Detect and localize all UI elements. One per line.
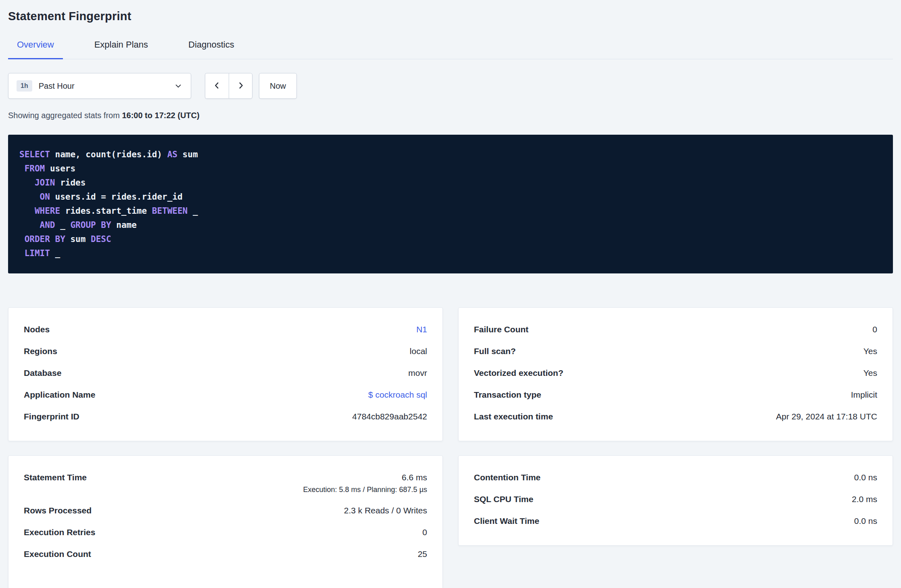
stat-row: Execution Count 25 (24, 548, 427, 570)
stat-subvalue: Execution: 5.8 ms / Planning: 687.5 µs (303, 485, 427, 494)
chevron-left-icon (213, 81, 221, 91)
stat-label: Fingerprint ID (24, 411, 79, 422)
stat-value: 6.6 ms (402, 472, 427, 483)
stat-row: Execution Retries 0 (24, 527, 427, 548)
stats-line-prefix: Showing aggregated stats from (8, 111, 122, 120)
stat-row: Application Name $ cockroach sql (24, 389, 427, 411)
stat-value: 0.0 ns (854, 472, 877, 483)
stat-label: Statement Time (24, 472, 87, 483)
stat-label: Execution Count (24, 548, 91, 560)
stat-row: SQL CPU Time 2.0 ms (474, 494, 877, 515)
stat-label: Nodes (24, 324, 50, 335)
stat-row: Regions local (24, 346, 427, 367)
page-title: Statement Fingerprint (8, 10, 893, 23)
sql-code: SELECT name, count(rides.id) AS sum FROM… (19, 148, 882, 261)
stat-value: 0 (422, 527, 427, 538)
stat-value: 2.0 ms (852, 494, 877, 505)
chevron-right-icon (236, 81, 245, 91)
tab-diagnostics[interactable]: Diagnostics (179, 39, 243, 59)
stat-value[interactable]: N1 (416, 324, 427, 335)
stat-value: Yes (863, 346, 877, 357)
stat-label: Rows Processed (24, 505, 92, 516)
stat-value[interactable]: $ cockroach sql (368, 389, 427, 400)
stat-value: 0 (872, 324, 877, 335)
tab-overview[interactable]: Overview (8, 39, 63, 59)
stat-label: Contention Time (474, 472, 540, 483)
statement-time-card: Statement Time 6.6 ms Execution: 5.8 ms … (8, 455, 443, 588)
stat-value: local (410, 346, 427, 357)
stat-row: Fingerprint ID 4784cb829aab2542 (24, 411, 427, 433)
tab-explain-plans[interactable]: Explain Plans (86, 39, 157, 59)
stat-row: Vectorized execution? Yes (474, 367, 877, 389)
stat-label: Full scan? (474, 346, 516, 357)
stat-value: 2.3 k Reads / 0 Writes (344, 505, 427, 516)
stat-label: Execution Retries (24, 527, 95, 538)
stat-value: 0.0 ns (854, 515, 877, 527)
stat-row: Statement Time 6.6 ms Execution: 5.8 ms … (24, 472, 427, 505)
tab-bar: Overview Explain Plans Diagnostics (8, 39, 893, 59)
prev-time-button[interactable] (205, 73, 229, 99)
time-toolbar: 1h Past Hour Now (8, 73, 893, 99)
time-range-dropdown[interactable]: 1h Past Hour (8, 73, 191, 99)
stat-row: Transaction type Implicit (474, 389, 877, 411)
stat-value: movr (408, 367, 427, 379)
next-time-button[interactable] (229, 73, 252, 99)
stat-label: Transaction type (474, 389, 541, 400)
stat-row: Nodes N1 (24, 324, 427, 346)
sql-statement-box: SELECT name, count(rides.id) AS sum FROM… (8, 135, 893, 273)
stat-value: 25 (418, 548, 427, 560)
time-range-badge: 1h (17, 80, 32, 92)
stat-row: Rows Processed 2.3 k Reads / 0 Writes (24, 505, 427, 527)
stat-value: 4784cb829aab2542 (352, 411, 427, 422)
stat-label: Application Name (24, 389, 95, 400)
stat-row: Client Wait Time 0.0 ns (474, 515, 877, 537)
stat-label: Last execution time (474, 411, 553, 422)
stat-row: Database movr (24, 367, 427, 389)
stat-row: Contention Time 0.0 ns (474, 472, 877, 494)
stat-label: Vectorized execution? (474, 367, 563, 379)
stat-label: Database (24, 367, 61, 379)
chevron-down-icon (174, 81, 183, 90)
stat-row: Failure Count 0 (474, 324, 877, 346)
stat-value: Apr 29, 2024 at 17:18 UTC (776, 411, 877, 422)
aggregated-stats-line: Showing aggregated stats from 16:00 to 1… (8, 111, 893, 120)
wait-time-card: Contention Time 0.0 ns SQL CPU Time 2.0 … (458, 455, 893, 546)
stat-value: Implicit (851, 389, 877, 400)
now-button[interactable]: Now (259, 73, 297, 99)
overview-cards-row: Nodes N1 Regions local Database movr (8, 307, 893, 441)
execution-attributes-card: Failure Count 0 Full scan? Yes Vectorize… (458, 307, 893, 441)
statement-fingerprint-page: Statement Fingerprint Overview Explain P… (0, 0, 901, 588)
stat-label: SQL CPU Time (474, 494, 533, 505)
stats-line-range: 16:00 to 17:22 (UTC) (122, 111, 199, 120)
stat-value: Yes (863, 367, 877, 379)
statement-details-card: Nodes N1 Regions local Database movr (8, 307, 443, 441)
stat-row: Full scan? Yes (474, 346, 877, 367)
stat-label: Regions (24, 346, 57, 357)
time-nav-group (205, 73, 252, 99)
stat-row: Last execution time Apr 29, 2024 at 17:1… (474, 411, 877, 433)
time-range-label: Past Hour (39, 81, 75, 91)
stat-label: Client Wait Time (474, 515, 539, 527)
timing-cards-row: Statement Time 6.6 ms Execution: 5.8 ms … (8, 455, 893, 588)
stat-label: Failure Count (474, 324, 528, 335)
